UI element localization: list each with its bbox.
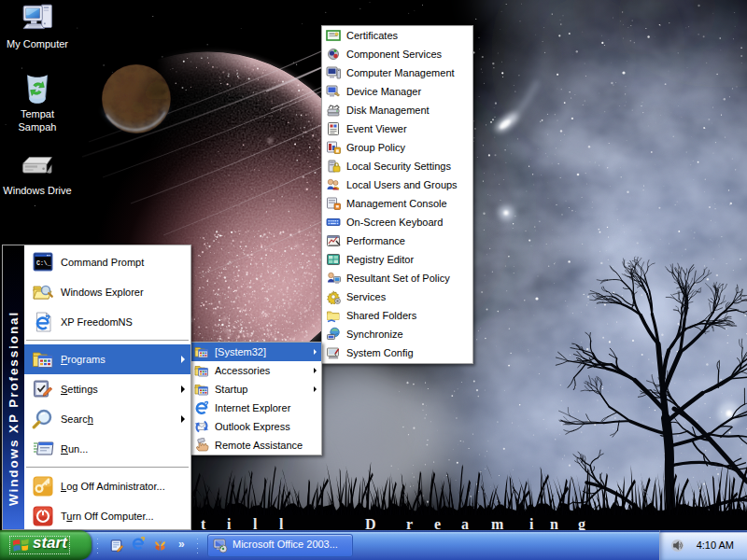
svg-text:C:\_: C:\_ [36, 260, 51, 267]
